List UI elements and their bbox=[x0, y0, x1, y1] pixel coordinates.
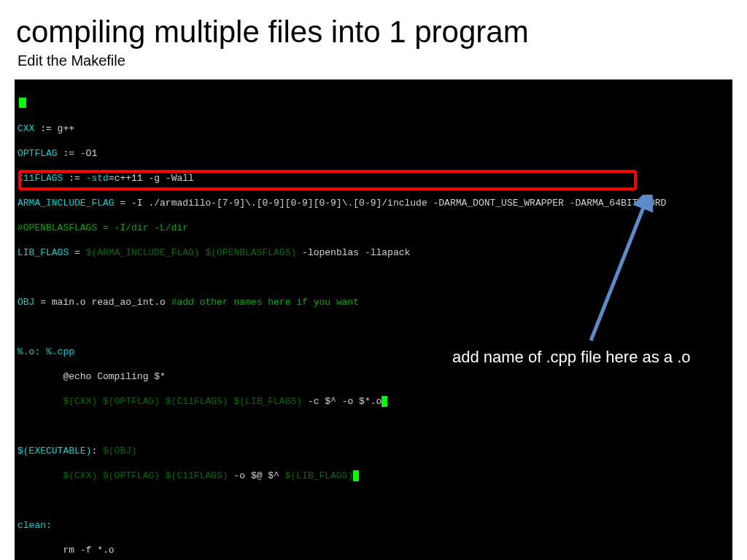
arrow-icon bbox=[576, 195, 664, 355]
var-libflags: LIB_FLAGS bbox=[18, 247, 69, 258]
rule-executable: $(EXECUTABLE) bbox=[18, 446, 91, 456]
rule-pattern: %.o: %.cpp bbox=[18, 346, 74, 357]
annotation-add-name: add name of .cpp file here as a .o bbox=[452, 351, 691, 363]
terminal-cursor bbox=[19, 98, 26, 108]
slide-title: compiling multiple files into 1 program bbox=[16, 15, 747, 50]
var-obj: OBJ bbox=[18, 297, 34, 308]
makefile-terminal: CXX := g++ OPTFLAG := -O1 C11FLAGS := -s… bbox=[15, 79, 732, 560]
rule-clean: clean: bbox=[18, 520, 52, 531]
var-cxx: CXX bbox=[18, 123, 34, 134]
var-c11flags: C11FLAGS bbox=[18, 173, 63, 184]
subtitle: Edit the Makefile bbox=[18, 52, 747, 69]
var-arma-include: ARMA_INCLUDE_FLAG bbox=[18, 198, 115, 209]
comment-openblas: #OPENBLASFLAGS = -I/dir -L/dir bbox=[18, 222, 188, 233]
var-optflag: OPTFLAG bbox=[18, 148, 58, 159]
comment-add-names: #add other names here if you want bbox=[171, 297, 359, 308]
svg-line-0 bbox=[591, 202, 646, 341]
